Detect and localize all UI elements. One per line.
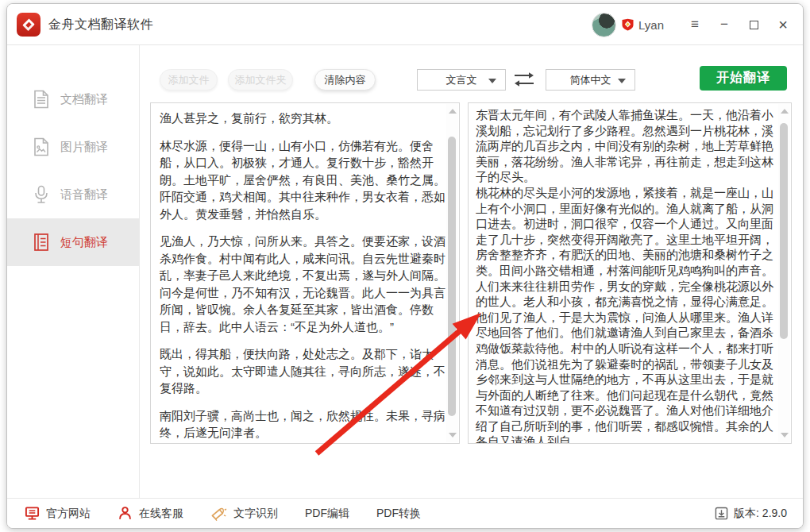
- user-avatar[interactable]: [592, 13, 616, 37]
- maximize-icon[interactable]: [745, 16, 762, 33]
- target-scrollbar[interactable]: [778, 104, 790, 442]
- target-language-value: 简体中文: [570, 73, 611, 87]
- paragraph: 渔人甚异之，复前行，欲穷其林。: [160, 110, 446, 127]
- sidebar-item-label: 图片翻译: [60, 140, 108, 155]
- screenshot-page: 金舟文档翻译软件 Lyan ≡ − ×: [0, 0, 810, 532]
- user-account[interactable]: Lyan: [592, 11, 664, 38]
- paragraph: 他们见了渔人，于是大为震惊，问渔人从哪里来。渔人详尽地回答了他们。他们就邀请渔人…: [476, 310, 777, 443]
- pdf-edit-link[interactable]: PDF编辑: [305, 507, 349, 521]
- footer-link-label: PDF转换: [376, 507, 421, 521]
- target-language-select[interactable]: 简体中文: [546, 69, 635, 91]
- chevron-down-icon: [618, 79, 626, 83]
- source-scrollbar[interactable]: [446, 104, 458, 442]
- add-folder-button[interactable]: 添加文件夹: [228, 69, 293, 91]
- ocr-link[interactable]: 文字识别: [210, 506, 278, 522]
- person-icon: [118, 506, 133, 521]
- sidebar-item-document-translate[interactable]: 文档翻译: [7, 75, 139, 123]
- title-bar: 金舟文档翻译软件 Lyan ≡ − ×: [7, 4, 803, 45]
- target-text-panel[interactable]: 东晋太元年间，有个武陵人靠捕鱼谋生。一天，他沿着小溪划船，忘记划行了多少路程。忽…: [468, 102, 792, 444]
- sidebar-item-label: 语音翻译: [60, 187, 108, 202]
- vip-badge-icon[interactable]: [621, 18, 634, 31]
- scroll-up-icon[interactable]: [449, 109, 457, 114]
- start-translate-button[interactable]: 开始翻译: [700, 66, 787, 91]
- minimize-icon[interactable]: −: [716, 16, 733, 33]
- user-name[interactable]: Lyan: [638, 18, 664, 32]
- sidebar-item-voice-translate[interactable]: 语音翻译: [7, 171, 139, 218]
- sidebar-item-image-translate[interactable]: 图片翻译: [7, 123, 139, 171]
- sidebar-item-label: 短句翻译: [60, 235, 108, 250]
- microphone-icon: [31, 184, 52, 205]
- footer-link-label: 在线客服: [139, 507, 183, 521]
- scroll-down-icon[interactable]: [781, 433, 789, 438]
- close-icon[interactable]: ×: [774, 16, 792, 33]
- app-title: 金舟文档翻译软件: [48, 17, 153, 33]
- source-language-value: 文言文: [446, 73, 477, 87]
- scroll-up-icon[interactable]: [781, 109, 789, 114]
- sidebar-item-label: 文档翻译: [60, 92, 108, 107]
- window-controls: ≡ − ×: [686, 4, 792, 45]
- swap-languages-icon[interactable]: [513, 70, 535, 89]
- clear-content-button[interactable]: 清除内容: [314, 69, 376, 91]
- version-label: 版本: 2.9.0: [734, 507, 787, 521]
- app-logo-icon: [17, 13, 40, 37]
- scrollbar-thumb[interactable]: [780, 123, 788, 339]
- chevron-down-icon: [488, 79, 496, 83]
- footer-link-label: PDF编辑: [305, 507, 349, 521]
- source-text[interactable]: 渔人甚异之，复前行，欲穷其林。林尽水源，便得一山，山有小口，仿佛若有光。便舍船，…: [151, 103, 446, 443]
- monitor-icon: [25, 506, 40, 521]
- paragraph: 既出，得其船，便扶向路，处处志之。及郡下，诣太守，说如此。太守即遣人随其往，寻向…: [160, 345, 446, 397]
- paragraph: 东晋太元年间，有个武陵人靠捕鱼谋生。一天，他沿着小溪划船，忘记划行了多少路程。忽…: [476, 107, 777, 185]
- update-download-icon: [715, 507, 728, 520]
- footer-bar: 官方网站 在线客服: [7, 498, 803, 528]
- megaphone-icon: [210, 506, 227, 522]
- app-window: 金舟文档翻译软件 Lyan ≡ − ×: [6, 3, 804, 529]
- source-language-select[interactable]: 文言文: [417, 69, 506, 91]
- add-file-button[interactable]: 添加文件: [160, 69, 218, 91]
- scrollbar-thumb[interactable]: [448, 137, 456, 416]
- document-icon: [31, 89, 52, 110]
- sentence-icon: [31, 232, 52, 253]
- paragraph: 桃花林的尽头是小河的发源地，紧接着，就是一座山，山上有个小洞口，里面好像有光似的…: [476, 185, 777, 310]
- official-site-link[interactable]: 官方网站: [25, 506, 91, 521]
- customer-service-link[interactable]: 在线客服: [118, 506, 183, 521]
- sidebar: 文档翻译 图片翻译 语音翻译: [7, 45, 140, 498]
- paragraph: 见渔人，乃大惊，问所从来。具答之。便要还家，设酒杀鸡作食。村中闻有此人，咸来问讯…: [160, 233, 446, 335]
- target-text[interactable]: 东晋太元年间，有个武陵人靠捕鱼谋生。一天，他沿着小溪划船，忘记划行了多少路程。忽…: [469, 103, 777, 443]
- menu-icon[interactable]: ≡: [686, 16, 704, 33]
- version-info[interactable]: 版本: 2.9.0: [715, 507, 787, 521]
- image-icon: [31, 137, 52, 157]
- sidebar-item-sentence-translate[interactable]: 短句翻译: [7, 218, 139, 266]
- footer-link-label: 文字识别: [233, 507, 278, 521]
- toolbar: 添加文件 添加文件夹 清除内容 文言文 简体中文 开始翻译: [140, 45, 803, 101]
- pdf-convert-link[interactable]: PDF转换: [376, 507, 421, 521]
- scroll-down-icon[interactable]: [449, 433, 457, 438]
- footer-link-label: 官方网站: [46, 507, 91, 521]
- main-content: 添加文件 添加文件夹 清除内容 文言文 简体中文 开始翻译: [140, 45, 803, 498]
- paragraph: 南阳刘子骥，高尚士也，闻之，欣然规往。未果，寻病终，后遂无问津者。: [160, 407, 446, 441]
- paragraph: 林尽水源，便得一山，山有小口，仿佛若有光。便舍船，从口入。初极狭，才通人。复行数…: [160, 137, 446, 223]
- source-text-panel[interactable]: 渔人甚异之，复前行，欲穷其林。林尽水源，便得一山，山有小口，仿佛若有光。便舍船，…: [150, 102, 460, 444]
